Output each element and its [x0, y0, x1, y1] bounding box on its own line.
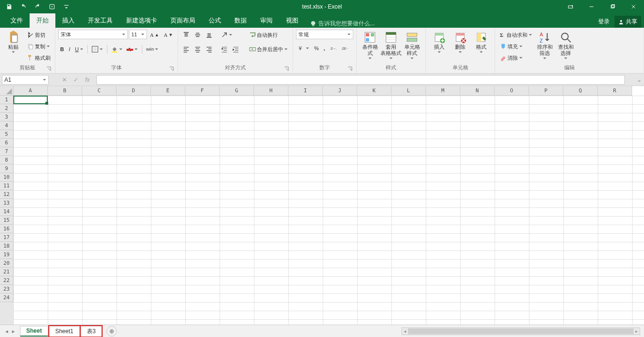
- row-header-24[interactable]: 24: [0, 294, 13, 302]
- number-format-combo[interactable]: 常规: [296, 30, 353, 39]
- sheet-tab-Sheet[interactable]: Sheet: [20, 326, 48, 337]
- increase-indent-button[interactable]: [231, 44, 241, 54]
- qat-dropdown-icon[interactable]: [60, 1, 73, 12]
- font-color-button[interactable]: A: [126, 44, 140, 54]
- phonetic-button[interactable]: wén: [144, 44, 161, 54]
- fx-button[interactable]: fx: [83, 76, 92, 83]
- decrease-indent-button[interactable]: [219, 44, 230, 54]
- col-header-J[interactable]: J: [323, 86, 357, 95]
- copy-button[interactable]: 复制: [26, 41, 52, 52]
- font-name-combo[interactable]: 宋体: [58, 30, 128, 39]
- col-header-G[interactable]: G: [220, 86, 254, 95]
- tab-pagelayout[interactable]: 页面布局: [164, 13, 202, 28]
- orientation-button[interactable]: [219, 30, 234, 40]
- tell-me-input[interactable]: 告诉我您想要做什么...: [310, 20, 375, 28]
- row-header-7[interactable]: 7: [0, 147, 13, 156]
- horizontal-scrollbar[interactable]: ◂▸: [401, 327, 640, 335]
- dialog-launcher-icon[interactable]: [348, 66, 352, 71]
- row-header-13[interactable]: 13: [0, 199, 13, 207]
- row-header-23[interactable]: 23: [0, 285, 13, 294]
- col-header-A[interactable]: A: [13, 86, 48, 95]
- cell-styles-button[interactable]: 单元格样式: [401, 30, 422, 61]
- find-select-button[interactable]: 查找和选择: [555, 30, 576, 61]
- accounting-format-button[interactable]: ¥: [296, 43, 311, 54]
- tab-data[interactable]: 数据: [228, 13, 253, 28]
- row-header-18[interactable]: 18: [0, 242, 13, 250]
- tab-review[interactable]: 审阅: [253, 13, 279, 28]
- save-button[interactable]: [3, 1, 15, 12]
- row-header-16[interactable]: 16: [0, 225, 13, 233]
- sort-filter-button[interactable]: AZ排序和筛选: [534, 30, 555, 61]
- enter-formula-button[interactable]: ✓: [72, 76, 80, 83]
- insert-cells-button[interactable]: 插入: [429, 30, 450, 55]
- clear-button[interactable]: 清除: [498, 53, 534, 63]
- delete-cells-button[interactable]: 删除: [450, 30, 471, 55]
- minimize-button[interactable]: [581, 0, 602, 13]
- login-button[interactable]: 登录: [598, 18, 610, 26]
- tab-home[interactable]: 开始: [30, 13, 55, 28]
- row-header-17[interactable]: 17: [0, 233, 13, 242]
- col-header-L[interactable]: L: [391, 86, 426, 95]
- sheet-nav-buttons[interactable]: ◂▸: [0, 328, 20, 335]
- row-header-3[interactable]: 3: [0, 113, 13, 121]
- cell-grid[interactable]: [13, 96, 644, 325]
- align-center-button[interactable]: [192, 44, 203, 54]
- redo-button[interactable]: [32, 1, 44, 12]
- cut-button[interactable]: 剪切: [26, 30, 52, 40]
- col-header-R[interactable]: R: [598, 86, 632, 95]
- row-header-14[interactable]: 14: [0, 207, 13, 216]
- fill-color-button[interactable]: [109, 44, 125, 54]
- row-header-4[interactable]: 4: [0, 121, 13, 130]
- active-cell[interactable]: [13, 96, 48, 104]
- underline-button[interactable]: U: [73, 44, 85, 54]
- bold-button[interactable]: B: [58, 44, 66, 54]
- restore-button[interactable]: [602, 0, 623, 13]
- paste-button[interactable]: 粘贴: [3, 30, 24, 55]
- dialog-launcher-icon[interactable]: [46, 66, 51, 71]
- italic-button[interactable]: I: [67, 44, 72, 54]
- shrink-font-button[interactable]: A▼: [162, 30, 175, 40]
- row-header-12[interactable]: 12: [0, 190, 13, 199]
- dialog-launcher-icon[interactable]: [284, 66, 289, 71]
- sheet-tab-表3[interactable]: 表3: [81, 326, 102, 337]
- row-header-15[interactable]: 15: [0, 216, 13, 225]
- comma-button[interactable]: ,: [322, 43, 327, 54]
- wrap-text-button[interactable]: 自动换行: [247, 30, 290, 40]
- col-header-Q[interactable]: Q: [563, 86, 598, 95]
- dialog-launcher-icon[interactable]: [169, 66, 174, 71]
- grow-font-button[interactable]: A▲: [148, 30, 161, 40]
- row-headers[interactable]: 123456789101112131415161718192021222324: [0, 96, 13, 325]
- format-cells-button[interactable]: 格式: [471, 30, 492, 55]
- row-header-11[interactable]: 11: [0, 182, 13, 190]
- row-header-19[interactable]: 19: [0, 250, 13, 259]
- tab-formulas[interactable]: 公式: [202, 13, 228, 28]
- fill-button[interactable]: 填充: [498, 41, 534, 52]
- row-header-1[interactable]: 1: [0, 96, 13, 104]
- format-painter-button[interactable]: 格式刷: [26, 53, 52, 63]
- formula-bar[interactable]: [96, 75, 625, 85]
- decrease-decimal-button[interactable]: .00→.0: [339, 43, 350, 54]
- increase-decimal-button[interactable]: .0→.00: [328, 43, 338, 54]
- share-button[interactable]: 共享: [614, 16, 641, 28]
- new-sheet-button[interactable]: ⊕: [106, 326, 117, 337]
- col-header-K[interactable]: K: [357, 86, 391, 95]
- tab-newtab[interactable]: 新建选项卡: [119, 13, 164, 28]
- row-header-2[interactable]: 2: [0, 104, 13, 113]
- row-header-21[interactable]: 21: [0, 268, 13, 276]
- undo-button[interactable]: [17, 1, 30, 12]
- cancel-formula-button[interactable]: ✕: [60, 76, 69, 83]
- percent-button[interactable]: %: [312, 43, 321, 54]
- column-headers[interactable]: ABCDEFGHIJKLMNOPQR: [13, 86, 632, 96]
- col-header-D[interactable]: D: [116, 86, 151, 95]
- border-button[interactable]: [90, 44, 105, 54]
- font-size-combo[interactable]: 11: [129, 30, 147, 39]
- sheet-tab-Sheet1[interactable]: Sheet1: [49, 326, 80, 337]
- row-header-22[interactable]: 22: [0, 276, 13, 285]
- col-header-M[interactable]: M: [426, 86, 460, 95]
- row-header-5[interactable]: 5: [0, 130, 13, 139]
- col-header-F[interactable]: F: [185, 86, 220, 95]
- col-header-P[interactable]: P: [529, 86, 563, 95]
- merge-center-button[interactable]: 合并后居中: [247, 44, 290, 54]
- row-header-9[interactable]: 9: [0, 164, 13, 173]
- touch-mode-button[interactable]: [46, 1, 58, 12]
